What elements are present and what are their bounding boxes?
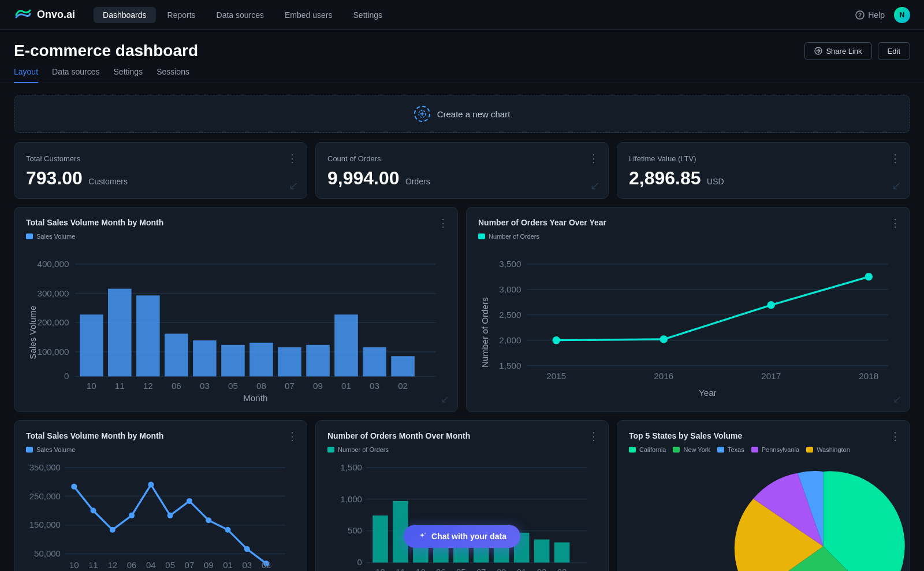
- chat-button[interactable]: Chat with your data: [404, 525, 520, 548]
- svg-text:250,000: 250,000: [29, 491, 61, 500]
- sales-volume-bar-title: Total Sales Volume Month by Month: [26, 218, 446, 227]
- svg-text:0: 0: [64, 371, 69, 381]
- svg-rect-106: [534, 539, 550, 562]
- top5-states-menu[interactable]: ⋮: [890, 430, 900, 443]
- orders-mom-legend: Number of Orders: [327, 446, 597, 453]
- svg-rect-16: [108, 289, 132, 377]
- svg-point-51: [553, 336, 561, 344]
- svg-text:03: 03: [200, 381, 210, 391]
- svg-text:12: 12: [107, 560, 117, 570]
- svg-text:3,500: 3,500: [499, 259, 521, 269]
- svg-text:0: 0: [357, 557, 362, 567]
- logo-text: Onvo.ai: [37, 9, 75, 21]
- sales-volume-bar-card: Total Sales Volume Month by Month ⋮ Sale…: [14, 207, 458, 412]
- avatar[interactable]: N: [894, 7, 910, 23]
- tab-data-sources[interactable]: Data sources: [52, 67, 99, 83]
- svg-rect-19: [193, 340, 217, 376]
- svg-text:2016: 2016: [654, 371, 673, 381]
- top5-states-title: Top 5 States by Sales Volume: [629, 431, 898, 440]
- svg-text:1,500: 1,500: [499, 361, 521, 370]
- sparkle-icon: [418, 532, 427, 541]
- svg-rect-17: [136, 295, 160, 376]
- svg-text:07: 07: [185, 560, 195, 570]
- create-chart-label: Create a new chart: [437, 109, 511, 119]
- svg-text:2,000: 2,000: [499, 335, 521, 345]
- svg-text:2,500: 2,500: [499, 310, 521, 320]
- help-button[interactable]: ? Help: [855, 10, 885, 20]
- stat-card-orders-menu[interactable]: ⋮: [588, 152, 599, 165]
- nav-item-data-sources[interactable]: Data sources: [207, 7, 273, 23]
- svg-text:11: 11: [88, 560, 98, 570]
- svg-text:01: 01: [341, 381, 351, 391]
- help-icon: ?: [855, 10, 865, 20]
- share-link-button[interactable]: Share Link: [804, 42, 871, 60]
- svg-point-70: [110, 526, 116, 532]
- svg-text:07: 07: [476, 567, 486, 571]
- sales-volume-line-menu[interactable]: ⋮: [287, 430, 297, 443]
- orders-yoy-chart: 3,500 3,000 2,500 2,000 1,500 Number of …: [478, 244, 898, 401]
- page-title: E-commerce dashboard: [14, 42, 198, 60]
- navbar: Onvo.ai Dashboards Reports Data sources …: [0, 0, 924, 30]
- nav-item-reports[interactable]: Reports: [158, 7, 205, 23]
- svg-text:Month: Month: [243, 393, 267, 403]
- nav-item-dashboards[interactable]: Dashboards: [94, 7, 156, 23]
- nav-items: Dashboards Reports Data sources Embed us…: [94, 7, 855, 23]
- legend-dot-california: [629, 447, 636, 453]
- svg-text:07: 07: [285, 381, 295, 391]
- stat-card-customers-value: 793.00 Customers: [26, 168, 295, 189]
- logo[interactable]: Onvo.ai: [14, 6, 75, 24]
- svg-text:11: 11: [396, 567, 405, 571]
- stat-card-orders: Count of Orders 9,994.00 Orders ⋮ ↙: [315, 142, 609, 199]
- create-chart-icon: [414, 106, 430, 122]
- svg-text:2017: 2017: [761, 371, 781, 381]
- create-chart-bar[interactable]: Create a new chart: [14, 95, 910, 133]
- svg-point-53: [767, 301, 775, 309]
- sales-volume-line-title: Total Sales Volume Month by Month: [26, 431, 295, 440]
- svg-point-76: [225, 526, 231, 532]
- svg-text:150,000: 150,000: [29, 520, 61, 529]
- svg-text:02: 02: [262, 560, 271, 570]
- nav-item-settings[interactable]: Settings: [344, 7, 392, 23]
- svg-point-75: [206, 517, 211, 523]
- svg-text:09: 09: [204, 560, 214, 570]
- svg-text:10: 10: [375, 567, 385, 571]
- svg-text:1,000: 1,000: [340, 494, 362, 503]
- svg-rect-24: [334, 314, 358, 376]
- svg-text:08: 08: [256, 381, 266, 391]
- stat-card-customers-title: Total Customers: [26, 154, 295, 163]
- charts-row-1: Total Sales Volume Month by Month ⋮ Sale…: [14, 207, 910, 412]
- tab-settings[interactable]: Settings: [114, 67, 143, 83]
- stat-card-ltv-corner: ↙: [892, 179, 901, 192]
- stat-card-orders-value: 9,994.00 Orders: [327, 168, 597, 189]
- stat-card-orders-title: Count of Orders: [327, 154, 597, 163]
- share-icon: [814, 47, 822, 55]
- edit-button[interactable]: Edit: [878, 42, 910, 60]
- svg-point-73: [167, 512, 173, 518]
- stat-card-ltv-menu[interactable]: ⋮: [890, 152, 900, 165]
- stat-card-customers-menu[interactable]: ⋮: [287, 152, 297, 165]
- tab-sessions[interactable]: Sessions: [157, 67, 189, 83]
- svg-point-54: [865, 273, 873, 281]
- nav-item-embed-users[interactable]: Embed users: [275, 7, 341, 23]
- svg-point-69: [91, 507, 96, 513]
- tab-layout[interactable]: Layout: [14, 67, 38, 83]
- svg-text:06: 06: [436, 567, 446, 571]
- svg-rect-18: [165, 333, 188, 376]
- orders-mom-menu[interactable]: ⋮: [588, 430, 599, 443]
- svg-text:11: 11: [115, 381, 125, 391]
- svg-text:200,000: 200,000: [37, 317, 69, 327]
- legend-dot-newyork: [673, 447, 680, 453]
- svg-text:2018: 2018: [859, 371, 878, 381]
- svg-text:09: 09: [313, 381, 323, 391]
- orders-yoy-menu[interactable]: ⋮: [890, 217, 900, 229]
- svg-text:100,000: 100,000: [37, 347, 69, 357]
- svg-text:01: 01: [223, 560, 233, 570]
- svg-text:12: 12: [143, 381, 153, 391]
- svg-text:02: 02: [557, 567, 567, 571]
- sales-volume-bar-menu[interactable]: ⋮: [438, 217, 448, 229]
- svg-rect-26: [391, 356, 415, 376]
- svg-rect-23: [306, 345, 330, 376]
- stat-card-customers-corner: ↙: [289, 179, 299, 192]
- svg-rect-98: [372, 515, 388, 562]
- svg-text:300,000: 300,000: [37, 288, 69, 298]
